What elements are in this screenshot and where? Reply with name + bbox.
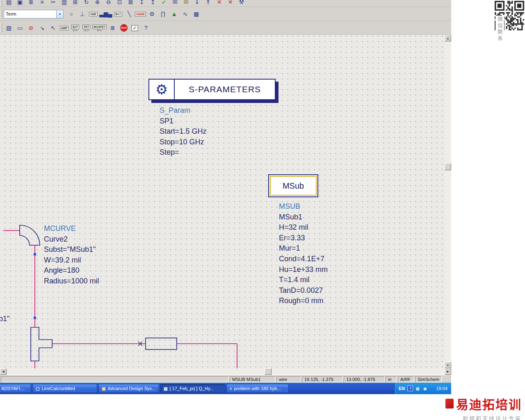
clock-tray-icon[interactable]: ◉ <box>422 386 428 391</box>
component-param-label[interactable]: Start=1.5 GHz <box>160 126 207 137</box>
s-parameters-controller[interactable]: ⚙ S-PARAMETERS <box>148 79 276 100</box>
taskbar-button[interactable]: ▤[ 17_Feb_prj ] Q_Hy... <box>160 384 225 393</box>
purge-icon[interactable]: ✕ <box>225 0 235 7</box>
input-help-icon[interactable]: ? <box>407 386 413 391</box>
component-param-label[interactable]: Step= <box>160 147 207 158</box>
taskbar-button[interactable]: ■ADSYAFIQBI... <box>0 384 31 393</box>
push-hierarchy-icon[interactable]: ↘ <box>37 23 47 33</box>
export-icon[interactable]: ⇑ <box>203 0 213 7</box>
zoom-full-icon[interactable]: ⊠ <box>126 0 136 7</box>
component-param-label[interactable]: TanD=0.0027 <box>279 285 328 296</box>
wire-junction[interactable] <box>34 317 36 319</box>
vertical-scrollbar[interactable]: ▲ ▼ <box>445 35 451 368</box>
pin-icon[interactable]: ↧ <box>137 0 147 7</box>
component-param-label[interactable]: H=32 mil <box>279 222 328 233</box>
plot-icon[interactable]: ∿ <box>180 9 190 19</box>
amp-icon[interactable]: AMP <box>59 23 69 33</box>
component-param-label[interactable]: Mur=1 <box>279 243 328 254</box>
component-param-label[interactable]: Radius=1000 mil <box>44 276 99 287</box>
stop-icon[interactable]: STOP <box>119 23 129 33</box>
tools-icon[interactable]: ⚒ <box>236 0 247 7</box>
deactivate-icon[interactable]: ⊘ <box>26 23 36 33</box>
palette-icon[interactable]: ▨ <box>4 23 14 33</box>
component-param-label[interactable]: Angle=180 <box>44 265 99 276</box>
vertical-scroll-thumb[interactable] <box>445 163 451 170</box>
zoom-area-icon[interactable]: ⊡ <box>114 0 125 7</box>
component-param-label[interactable]: Subst="MSub1" <box>44 244 99 255</box>
mtee-symbol[interactable] <box>31 327 52 361</box>
push-into-icon[interactable]: ↥ <box>148 0 158 7</box>
sim-settings-icon[interactable]: ⚙ <box>147 9 157 19</box>
component-name-label[interactable]: MSUB <box>279 201 328 212</box>
component-library-icon[interactable]: ≣ <box>26 0 36 7</box>
horizontal-scroll-thumb[interactable] <box>265 368 272 375</box>
mosfet-icon[interactable]: MOSFETDC-IV <box>92 23 107 33</box>
toolbar-grip[interactable] <box>1 9 2 18</box>
sparams-annotation: S_ParamSP1Start=1.5 GHzStop=10 GHzStep= <box>160 105 207 158</box>
open-mail-icon[interactable]: ✉ <box>181 0 191 7</box>
wire-junction[interactable] <box>34 253 36 256</box>
brand-tagline: 射频和天线设计专家 <box>445 414 522 420</box>
msub-symbol[interactable]: MSub <box>268 174 318 197</box>
display-options-icon[interactable]: ▭ <box>15 23 25 33</box>
parts-list-icon[interactable]: ≡ <box>37 0 47 7</box>
var-icon[interactable]: VAR <box>88 9 98 19</box>
language-indicator[interactable]: EN <box>399 386 405 391</box>
new-window-icon[interactable]: ▦ <box>191 9 201 19</box>
zoom-in-icon[interactable]: ⊕ <box>92 0 103 7</box>
component-param-label[interactable]: Rough=0 mm <box>279 296 328 306</box>
bjt-icon[interactable]: BJTDC-IV <box>70 23 80 33</box>
taskbar-button[interactable]: eproblem with 180 hyb... <box>226 384 289 393</box>
component-name-label[interactable]: S_Param <box>160 105 207 116</box>
cut-icon[interactable]: ✂ <box>48 0 58 7</box>
component-param-label[interactable]: Er=3.33 <box>279 233 328 244</box>
component-param-label[interactable]: Cond=4.1E+7 <box>279 254 328 265</box>
scroll-down-icon[interactable]: ▼ <box>445 362 451 368</box>
move-icon[interactable]: ⊞ <box>70 0 80 7</box>
insert-wire-icon[interactable]: ╲ <box>124 9 134 19</box>
chevron-down-icon[interactable]: ▼ <box>56 10 63 18</box>
scroll-left-icon[interactable]: ◀ <box>0 368 7 375</box>
component-param-label[interactable]: MSub1 <box>279 212 328 223</box>
send-mail-icon[interactable]: ✉ <box>170 0 180 7</box>
component-param-label[interactable]: Hu=1e+33 mm <box>279 265 328 275</box>
horizontal-scrollbar[interactable]: ◀ ▶ <box>0 368 451 375</box>
zoom-out-icon[interactable]: ⊖ <box>103 0 114 7</box>
scroll-right-icon[interactable]: ▶ <box>445 368 451 375</box>
mcurve-symbol[interactable] <box>20 225 40 245</box>
wire-label-icon[interactable]: NAME <box>135 9 146 19</box>
delete-icon[interactable]: ✕ <box>214 0 224 7</box>
probe-icon[interactable]: ∏ <box>158 9 168 19</box>
optimize-icon[interactable]: ▲ <box>169 9 179 19</box>
data-display-icon[interactable]: ▃▆▄ <box>99 9 112 19</box>
scroll-up-icon[interactable]: ▲ <box>445 35 451 41</box>
import-icon[interactable]: ⇓ <box>192 0 202 7</box>
taskbar-button[interactable]: ▣Advanced Design Sys... <box>98 384 159 393</box>
display-tray-icon[interactable]: ▦ <box>415 386 420 391</box>
toolbar-grip[interactable] <box>1 1 2 5</box>
schematic-canvas[interactable]: ⚙ S-PARAMETERS MSub S_ParamSP1Start=1.5 … <box>0 35 445 368</box>
component-param-label[interactable]: SP1 <box>160 116 207 127</box>
print-icon[interactable]: ▤ <box>4 0 14 7</box>
edit-param-icon[interactable]: R=? <box>113 9 123 19</box>
component-palette-combo[interactable]: Term ▼ <box>4 10 64 18</box>
fet-icon[interactable]: FETDC-IV <box>81 23 91 33</box>
pop-hierarchy-icon[interactable]: ↖ <box>48 23 58 33</box>
taskbar-button[interactable]: ▢LineCalc/untitled <box>32 384 97 393</box>
simulate-icon[interactable]: ✓ <box>130 23 140 33</box>
check-design-icon[interactable]: ✓ <box>159 0 169 7</box>
help-icon[interactable]: ? <box>141 23 151 33</box>
component-param-label[interactable]: W=39.2 mil <box>44 255 99 266</box>
insert-pin-icon[interactable]: ○ <box>66 9 76 19</box>
rotate-icon[interactable]: ↻ <box>81 0 91 7</box>
component-param-label[interactable]: Stop=10 GHz <box>160 137 207 148</box>
component-param-label[interactable]: Curve2 <box>44 234 99 245</box>
netlist-icon[interactable]: ≣ <box>107 23 118 33</box>
ground-icon[interactable]: ⊥ <box>77 9 87 19</box>
component-param-label[interactable]: T=1.4 mil <box>279 275 328 285</box>
paste-icon[interactable]: ▥ <box>59 0 69 7</box>
mlin-symbol[interactable] <box>146 338 177 349</box>
component-name-label[interactable]: MCURVE <box>44 224 99 234</box>
copy-icon[interactable]: ▣ <box>15 0 25 7</box>
toolbar-grip[interactable] <box>1 23 2 32</box>
